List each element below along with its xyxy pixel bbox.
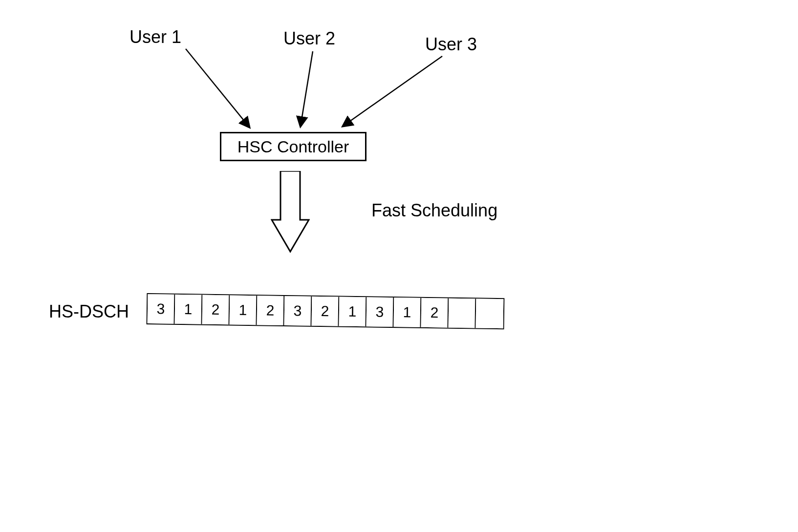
cell: 2 <box>312 297 340 326</box>
cell: 1 <box>230 295 258 325</box>
cell: 2 <box>421 298 449 328</box>
block-arrow-down-icon <box>271 171 310 254</box>
controller-box: HSC Controller <box>220 132 367 161</box>
cell: 3 <box>284 296 312 326</box>
svg-line-2 <box>343 56 442 126</box>
cell: 3 <box>367 297 394 327</box>
cell: 1 <box>339 297 367 327</box>
cells-container: 3 1 2 1 2 3 2 1 3 1 2 <box>147 293 505 329</box>
svg-line-1 <box>301 51 313 126</box>
user-1-label: User 1 <box>129 27 181 47</box>
hs-dsch-label: HS-DSCH <box>49 301 129 322</box>
cell <box>449 298 476 328</box>
svg-line-0 <box>186 49 249 127</box>
cell: 2 <box>202 295 230 325</box>
user-3-label: User 3 <box>425 34 477 55</box>
user-2-label: User 2 <box>283 28 335 49</box>
arrow-user1 <box>0 0 798 532</box>
cell: 2 <box>257 296 285 325</box>
controller-label: HSC Controller <box>237 137 349 156</box>
fast-scheduling-label: Fast Scheduling <box>371 200 497 221</box>
cells-row: 3 1 2 1 2 3 2 1 3 1 2 <box>147 293 505 329</box>
cell: 1 <box>394 298 422 327</box>
cell <box>476 298 504 328</box>
cell: 3 <box>148 294 175 324</box>
cell: 1 <box>175 295 203 324</box>
